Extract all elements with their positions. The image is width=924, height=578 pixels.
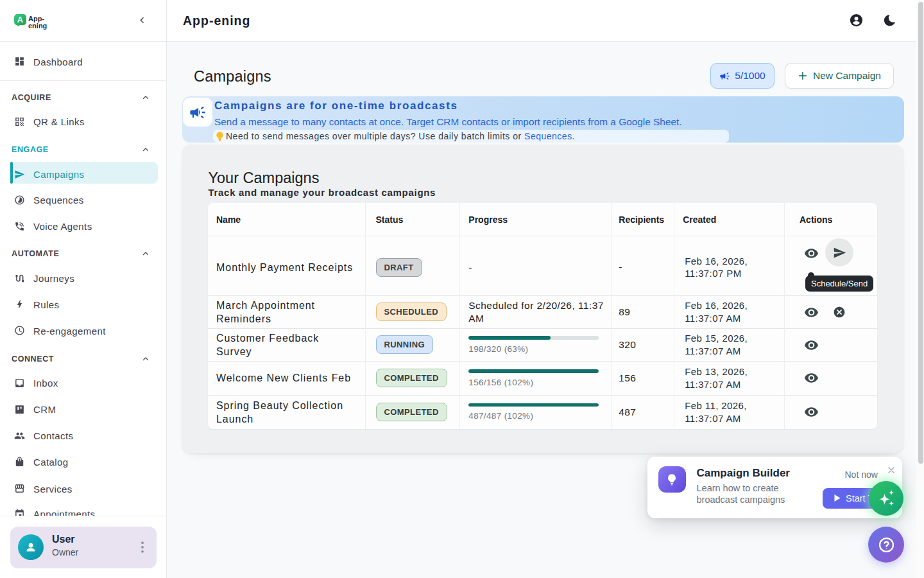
svg-text:A: A [17,15,23,24]
